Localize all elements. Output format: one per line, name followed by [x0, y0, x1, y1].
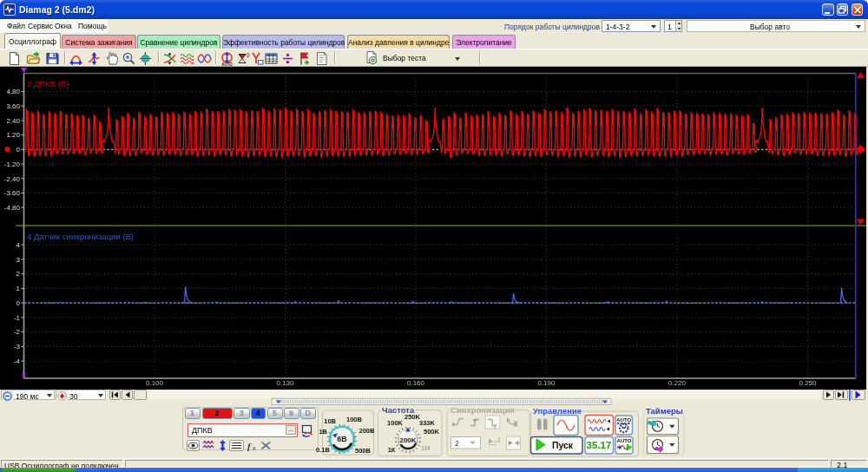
svg-text:-1: -1: [14, 313, 21, 321]
svg-text:6В: 6В: [337, 435, 347, 443]
svg-text:-3.60: -3.60: [4, 189, 21, 197]
svg-text:3.60: 3.60: [6, 102, 20, 110]
svg-text:0: 0: [16, 298, 21, 306]
svg-text:1: 1: [16, 285, 21, 292]
svg-text:500В: 500В: [355, 447, 372, 455]
svg-text:500K: 500K: [424, 428, 440, 436]
svg-text:Синхронизация: Синхронизация: [450, 405, 515, 415]
svg-text:0.220: 0.220: [668, 378, 687, 386]
svg-text:100K: 100K: [387, 419, 404, 427]
svg-text:4 Датчик синхронизации (В): 4 Датчик синхронизации (В): [27, 232, 134, 241]
svg-text:2: 2: [16, 270, 21, 278]
svg-text:AUTO: AUTO: [617, 438, 632, 443]
svg-text:1К: 1К: [388, 446, 396, 454]
svg-text:0: 0: [16, 146, 21, 154]
svg-text:-4: -4: [14, 357, 21, 364]
svg-text:Пуск: Пуск: [552, 440, 574, 450]
svg-text:2.40: 2.40: [6, 116, 20, 124]
svg-text:1.20: 1.20: [6, 131, 20, 139]
svg-text:100В: 100В: [346, 416, 363, 423]
svg-text:1В: 1В: [319, 428, 327, 436]
svg-text:-4.80: -4.80: [4, 203, 21, 211]
svg-text:10В: 10В: [324, 417, 336, 425]
svg-text:1М: 1М: [421, 444, 430, 452]
svg-text:4.80: 4.80: [6, 88, 20, 95]
svg-text:Таймеры: Таймеры: [646, 406, 683, 416]
svg-text:4: 4: [16, 240, 21, 248]
svg-text:-2.40: -2.40: [4, 174, 21, 182]
svg-text:-2: -2: [14, 328, 21, 336]
svg-text:AUTO: AUTO: [616, 417, 631, 423]
svg-text:0.160: 0.160: [407, 378, 425, 386]
svg-text:200K: 200K: [399, 436, 416, 444]
svg-text:Управление: Управление: [533, 406, 582, 416]
svg-text:0.130: 0.130: [276, 378, 294, 386]
svg-text:2: 2: [455, 439, 459, 448]
svg-text:0.100: 0.100: [146, 378, 164, 386]
svg-text:-1.20: -1.20: [4, 160, 21, 167]
svg-text:-3: -3: [14, 343, 21, 351]
svg-text:35.17: 35.17: [587, 440, 612, 450]
svg-text:0.250: 0.250: [799, 378, 817, 386]
svg-text:AUTO: AUTO: [221, 62, 233, 66]
svg-text:0.1В: 0.1В: [316, 446, 330, 454]
svg-text:0.190: 0.190: [537, 378, 556, 386]
svg-text:333K: 333K: [419, 419, 436, 427]
svg-text:200В: 200В: [359, 427, 376, 435]
svg-text:3: 3: [16, 255, 21, 263]
svg-text:250K: 250K: [404, 413, 421, 421]
svg-text:2 ДПКВ (В): 2 ДПКВ (В): [27, 78, 69, 88]
